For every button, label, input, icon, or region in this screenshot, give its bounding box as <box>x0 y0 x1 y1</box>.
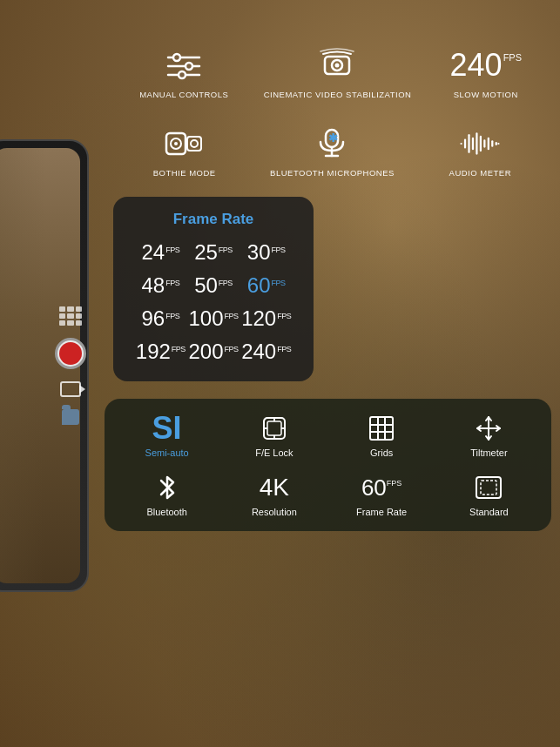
fr-item-192[interactable]: 192 FPS <box>134 340 187 364</box>
fr-sup-60: FPS <box>272 279 286 287</box>
fr-sup-200: FPS <box>225 345 239 353</box>
fr-sup-120: FPS <box>277 312 291 320</box>
features-row-1: MANUAL CONTROLS CINEMATIC VIDEO STABILIZ… <box>96 0 560 118</box>
fr-value-120: 120 <box>241 306 276 331</box>
fr-item-240[interactable]: 240 FPS <box>240 340 293 364</box>
phone-folder-button[interactable] <box>62 409 79 425</box>
fr-item-24[interactable]: 24 FPS <box>134 240 187 265</box>
fr-sup-24: FPS <box>165 246 179 254</box>
svg-rect-41 <box>481 481 496 495</box>
fe-lock-icon <box>260 414 288 442</box>
fr-value-100: 100 <box>188 306 223 331</box>
feature-slow-motion[interactable]: 240 FPS SLOW MOTION <box>447 48 525 100</box>
resolution-label: Resolution <box>252 507 297 517</box>
fr-item-30[interactable]: 30 FPS <box>240 240 293 265</box>
fr-value-50: 50 <box>194 273 218 298</box>
frame-rate-title: Frame Rate <box>134 211 293 228</box>
fr-sup-50: FPS <box>219 279 233 287</box>
fr-value-60: 60 <box>247 273 271 298</box>
phone-mockup <box>0 139 89 592</box>
fr-value-192: 192 <box>136 340 171 364</box>
bluetooth-mics-label: BLUETOOTH MICROPHONES <box>270 168 395 178</box>
quick-row-1: SI Semi-auto F/E Lock <box>113 414 543 458</box>
feature-manual-controls[interactable]: MANUAL CONTROLS <box>139 48 228 100</box>
fr-sup-48: FPS <box>165 279 179 287</box>
frame-rate-panel: Frame Rate 24 FPS 25 FPS 30 FPS 48 FPS 5… <box>113 197 314 381</box>
feature-bothie-mode[interactable]: BOTHIE MODE <box>145 126 224 178</box>
svg-point-5 <box>179 71 186 78</box>
tiltmeter-icon <box>475 414 503 442</box>
si-text: SI <box>152 413 182 444</box>
fr-sup-96: FPS <box>165 312 179 320</box>
quick-settings-panel: SI Semi-auto F/E Lock <box>105 399 551 531</box>
tiltmeter-label: Tiltmeter <box>470 448 507 458</box>
svg-rect-33 <box>370 417 393 440</box>
fr-value-48: 48 <box>141 273 165 298</box>
fr-item-25[interactable]: 25 FPS <box>187 240 240 265</box>
dual-camera-icon <box>163 126 206 161</box>
bothie-mode-label: BOTHIE MODE <box>153 168 216 178</box>
fr-item-120[interactable]: 120 FPS <box>240 306 293 331</box>
fr-value-96: 96 <box>141 306 165 331</box>
standard-label: Standard <box>469 507 509 517</box>
fr-item-50[interactable]: 50 FPS <box>187 273 240 298</box>
svg-point-11 <box>174 142 178 145</box>
svg-point-3 <box>186 63 192 70</box>
fr-value-24: 24 <box>141 240 165 265</box>
bluetooth-icon <box>155 474 179 501</box>
cinematic-video-label: CINEMATIC VIDEO STABILIZATION <box>264 90 412 100</box>
frame-rate-grid: 24 FPS 25 FPS 30 FPS 48 FPS 50 FPS 60 FP… <box>134 240 293 364</box>
slow-motion-fps: FPS <box>503 53 522 63</box>
fr-item-100[interactable]: 100 FPS <box>187 306 240 331</box>
audio-meter-label: AUDIO METER <box>449 168 511 178</box>
fr-sup-30: FPS <box>272 246 286 254</box>
svg-rect-12 <box>187 137 201 151</box>
feature-bluetooth-mics[interactable]: ✱ BLUETOOTH MICROPHONES <box>270 126 395 178</box>
quick-bluetooth[interactable]: Bluetooth <box>137 474 198 517</box>
frame-rate-quick-text: 60FPS <box>361 476 401 499</box>
quick-frame-rate[interactable]: 60FPS Frame Rate <box>351 474 412 517</box>
fr-value-30: 30 <box>247 240 271 265</box>
quick-row-2: Bluetooth 4K Resolution 60FPS Frame Rate <box>113 474 543 517</box>
grids-label: Grids <box>370 448 393 458</box>
fr-sup-240: FPS <box>277 345 291 353</box>
svg-text:✱: ✱ <box>328 131 338 145</box>
phone-camera-ui <box>54 141 87 590</box>
quick-grids[interactable]: Grids <box>351 414 412 458</box>
main-content: MANUAL CONTROLS CINEMATIC VIDEO STABILIZ… <box>96 0 560 747</box>
fr-value-200: 200 <box>188 340 223 364</box>
fr-sup-192: FPS <box>172 345 186 353</box>
quick-standard[interactable]: Standard <box>458 474 519 517</box>
fr-value-240: 240 <box>241 340 276 364</box>
quick-resolution[interactable]: 4K Resolution <box>244 474 305 517</box>
manual-controls-label: MANUAL CONTROLS <box>139 90 228 100</box>
fr-item-96[interactable]: 96 FPS <box>134 306 187 331</box>
fe-lock-label: F/E Lock <box>255 448 293 458</box>
standard-icon <box>475 474 503 501</box>
grids-icon <box>368 414 395 442</box>
quick-tiltmeter[interactable]: Tiltmeter <box>458 414 519 458</box>
phone-video-button[interactable] <box>60 381 81 397</box>
resolution-text: 4K <box>260 475 289 500</box>
fr-item-60[interactable]: 60 FPS <box>240 273 293 298</box>
feature-cinematic-video[interactable]: CINEMATIC VIDEO STABILIZATION <box>264 48 412 100</box>
bluetooth-label: Bluetooth <box>146 507 186 517</box>
phone-grid-icon <box>59 306 82 326</box>
semi-auto-label: Semi-auto <box>145 448 189 458</box>
svg-point-1 <box>173 54 180 61</box>
quick-fe-lock[interactable]: F/E Lock <box>244 414 305 458</box>
slow-motion-value: 240 <box>450 50 503 81</box>
frame-rate-quick-icon: 60FPS <box>361 474 401 501</box>
quick-semi-auto[interactable]: SI Semi-auto <box>137 414 198 458</box>
frame-rate-quick-label: Frame Rate <box>356 507 407 517</box>
features-row-2: BOTHIE MODE ✱ BLUETOOTH MICROPHONES <box>96 118 560 196</box>
sliders-icon <box>162 48 206 83</box>
si-icon: SI <box>152 414 182 442</box>
fr-value-25: 25 <box>194 240 218 265</box>
fr-item-48[interactable]: 48 FPS <box>134 273 187 298</box>
phone-shutter-button[interactable] <box>55 338 86 369</box>
feature-audio-meter[interactable]: AUDIO METER <box>441 126 519 178</box>
fr-item-200[interactable]: 200 FPS <box>187 340 240 364</box>
svg-rect-28 <box>267 421 281 435</box>
waveform-icon <box>458 126 502 161</box>
